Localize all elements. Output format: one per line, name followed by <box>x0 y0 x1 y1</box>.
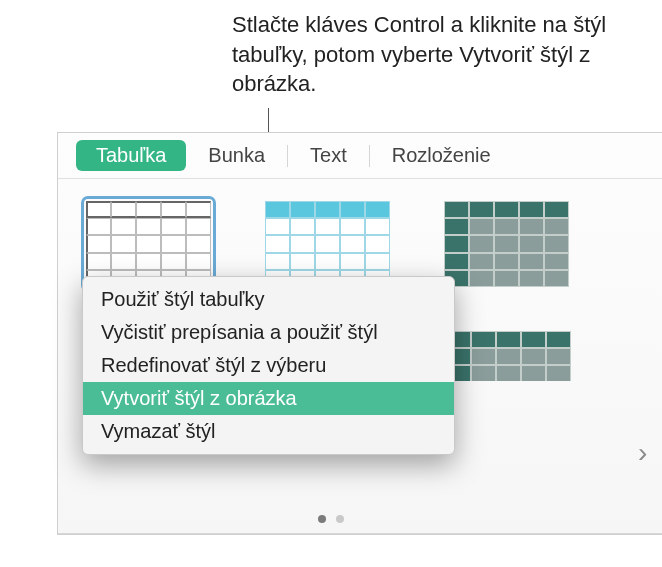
style-row-partial <box>446 331 616 381</box>
table-style-thumb-teal[interactable] <box>444 201 569 287</box>
styles-page-indicator <box>0 515 662 523</box>
menu-item-delete-style[interactable]: Vymazať štýl <box>83 415 454 448</box>
inspector-tab-bar: Tabuľka Bunka Text Rozloženie <box>58 133 662 179</box>
table-style-context-menu: Použiť štýl tabuľky Vyčistiť prepísania … <box>82 276 455 455</box>
table-style-thumb-teal-2[interactable] <box>446 331 571 381</box>
tab-table[interactable]: Tabuľka <box>76 140 186 171</box>
page-dot[interactable] <box>336 515 344 523</box>
menu-item-apply-style[interactable]: Použiť štýl tabuľky <box>83 283 454 316</box>
table-style-thumb-light[interactable] <box>86 201 211 287</box>
tab-text[interactable]: Text <box>288 138 369 173</box>
table-style-thumb-cyan[interactable] <box>265 201 390 287</box>
styles-next-page-chevron-icon[interactable]: › <box>638 439 654 467</box>
tab-layout[interactable]: Rozloženie <box>370 138 513 173</box>
page-dot-active[interactable] <box>318 515 326 523</box>
panel-bottom-rule <box>58 533 662 534</box>
menu-item-clear-overrides[interactable]: Vyčistiť prepísania a použiť štýl <box>83 316 454 349</box>
menu-item-redefine-style[interactable]: Redefinovať štýl z výberu <box>83 349 454 382</box>
tab-cell[interactable]: Bunka <box>186 138 287 173</box>
menu-item-create-style-from-image[interactable]: Vytvoriť štýl z obrázka <box>83 382 454 415</box>
instruction-caption: Stlačte kláves Control a kliknite na štý… <box>232 10 642 99</box>
style-row <box>86 201 642 287</box>
